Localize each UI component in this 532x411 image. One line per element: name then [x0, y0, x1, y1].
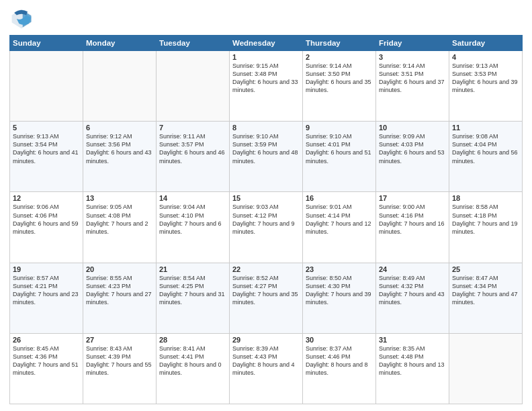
day-info: Sunrise: 8:54 AMSunset: 4:25 PMDaylight:…: [159, 274, 226, 307]
calendar-day-8: 8Sunrise: 9:10 AMSunset: 3:59 PMDaylight…: [230, 122, 303, 192]
calendar-day-17: 17Sunrise: 9:00 AMSunset: 4:16 PMDayligh…: [376, 192, 449, 263]
day-info: Sunrise: 8:35 AMSunset: 4:48 PMDaylight:…: [379, 345, 446, 377]
weekday-header-wednesday: Wednesday: [230, 36, 303, 51]
day-info: Sunrise: 9:01 AMSunset: 4:14 PMDaylight:…: [306, 203, 373, 236]
day-info: Sunrise: 8:41 AMSunset: 4:41 PMDaylight:…: [159, 345, 226, 377]
day-info: Sunrise: 9:09 AMSunset: 4:03 PMDaylight:…: [379, 132, 446, 165]
calendar-day-31: 31Sunrise: 8:35 AMSunset: 4:48 PMDayligh…: [376, 333, 449, 404]
weekday-header-friday: Friday: [376, 36, 449, 51]
day-number: 18: [452, 194, 519, 202]
calendar-day-24: 24Sunrise: 8:49 AMSunset: 4:32 PMDayligh…: [376, 263, 449, 333]
day-info: Sunrise: 8:37 AMSunset: 4:46 PMDaylight:…: [306, 345, 373, 377]
day-number: 27: [86, 336, 153, 344]
day-number: 14: [159, 194, 226, 202]
calendar-day-20: 20Sunrise: 8:55 AMSunset: 4:23 PMDayligh…: [83, 263, 157, 333]
day-number: 29: [232, 336, 300, 344]
day-info: Sunrise: 9:05 AMSunset: 4:08 PMDaylight:…: [86, 203, 153, 236]
weekday-header-monday: Monday: [83, 36, 157, 51]
day-info: Sunrise: 9:00 AMSunset: 4:16 PMDaylight:…: [379, 203, 446, 236]
header: [9, 7, 523, 31]
logo-icon: [9, 7, 34, 31]
day-info: Sunrise: 8:43 AMSunset: 4:39 PMDaylight:…: [86, 345, 153, 377]
calendar-week-row: 12Sunrise: 9:06 AMSunset: 4:06 PMDayligh…: [10, 192, 523, 263]
calendar-day-6: 6Sunrise: 9:12 AMSunset: 3:56 PMDaylight…: [83, 122, 157, 192]
calendar-day-18: 18Sunrise: 8:58 AMSunset: 4:18 PMDayligh…: [449, 192, 523, 263]
day-info: Sunrise: 9:06 AMSunset: 4:06 PMDaylight:…: [13, 203, 80, 236]
day-info: Sunrise: 9:13 AMSunset: 3:53 PMDaylight:…: [452, 62, 519, 95]
calendar-week-row: 26Sunrise: 8:45 AMSunset: 4:36 PMDayligh…: [10, 333, 523, 404]
calendar-week-row: 19Sunrise: 8:57 AMSunset: 4:21 PMDayligh…: [10, 263, 523, 333]
calendar-day-empty: [10, 51, 83, 122]
day-info: Sunrise: 9:14 AMSunset: 3:50 PMDaylight:…: [306, 62, 373, 95]
day-number: 25: [452, 265, 519, 273]
day-number: 22: [232, 265, 300, 273]
calendar-day-empty: [449, 333, 523, 404]
day-info: Sunrise: 8:58 AMSunset: 4:18 PMDaylight:…: [452, 203, 519, 236]
calendar-day-27: 27Sunrise: 8:43 AMSunset: 4:39 PMDayligh…: [83, 333, 157, 404]
calendar-day-19: 19Sunrise: 8:57 AMSunset: 4:21 PMDayligh…: [10, 263, 83, 333]
calendar-day-5: 5Sunrise: 9:13 AMSunset: 3:54 PMDaylight…: [10, 122, 83, 192]
day-info: Sunrise: 8:57 AMSunset: 4:21 PMDaylight:…: [13, 274, 80, 307]
day-info: Sunrise: 8:50 AMSunset: 4:30 PMDaylight:…: [306, 274, 373, 307]
weekday-header-sunday: Sunday: [10, 36, 83, 51]
calendar-day-9: 9Sunrise: 9:10 AMSunset: 4:01 PMDaylight…: [303, 122, 376, 192]
calendar-week-row: 5Sunrise: 9:13 AMSunset: 3:54 PMDaylight…: [10, 122, 523, 192]
calendar-day-22: 22Sunrise: 8:52 AMSunset: 4:27 PMDayligh…: [230, 263, 303, 333]
day-number: 2: [306, 53, 373, 61]
day-number: 23: [306, 265, 373, 273]
logo: [9, 7, 36, 31]
calendar-day-4: 4Sunrise: 9:13 AMSunset: 3:53 PMDaylight…: [449, 51, 523, 122]
page: SundayMondayTuesdayWednesdayThursdayFrid…: [0, 0, 532, 411]
calendar-day-11: 11Sunrise: 9:08 AMSunset: 4:04 PMDayligh…: [449, 122, 523, 192]
day-info: Sunrise: 8:52 AMSunset: 4:27 PMDaylight:…: [232, 274, 300, 307]
day-number: 31: [379, 336, 446, 344]
calendar-day-25: 25Sunrise: 8:47 AMSunset: 4:34 PMDayligh…: [449, 263, 523, 333]
calendar-week-row: 1Sunrise: 9:15 AMSunset: 3:48 PMDaylight…: [10, 51, 523, 122]
calendar-day-3: 3Sunrise: 9:14 AMSunset: 3:51 PMDaylight…: [376, 51, 449, 122]
calendar-day-26: 26Sunrise: 8:45 AMSunset: 4:36 PMDayligh…: [10, 333, 83, 404]
calendar-day-13: 13Sunrise: 9:05 AMSunset: 4:08 PMDayligh…: [83, 192, 157, 263]
day-info: Sunrise: 9:13 AMSunset: 3:54 PMDaylight:…: [13, 132, 80, 165]
day-number: 12: [13, 194, 80, 202]
day-number: 26: [13, 336, 80, 344]
day-number: 5: [13, 124, 80, 132]
calendar-day-30: 30Sunrise: 8:37 AMSunset: 4:46 PMDayligh…: [303, 333, 376, 404]
day-info: Sunrise: 9:10 AMSunset: 3:59 PMDaylight:…: [232, 132, 300, 165]
day-number: 8: [232, 124, 300, 132]
day-info: Sunrise: 8:45 AMSunset: 4:36 PMDaylight:…: [13, 345, 80, 377]
calendar-day-29: 29Sunrise: 8:39 AMSunset: 4:43 PMDayligh…: [230, 333, 303, 404]
day-number: 16: [306, 194, 373, 202]
day-number: 7: [159, 124, 226, 132]
day-number: 30: [306, 336, 373, 344]
calendar-day-15: 15Sunrise: 9:03 AMSunset: 4:12 PMDayligh…: [230, 192, 303, 263]
calendar-day-empty: [157, 51, 230, 122]
day-number: 17: [379, 194, 446, 202]
day-number: 3: [379, 53, 446, 61]
weekday-header-tuesday: Tuesday: [157, 36, 230, 51]
day-info: Sunrise: 8:49 AMSunset: 4:32 PMDaylight:…: [379, 274, 446, 307]
day-info: Sunrise: 9:12 AMSunset: 3:56 PMDaylight:…: [86, 132, 153, 165]
calendar-day-empty: [83, 51, 157, 122]
day-number: 9: [306, 124, 373, 132]
weekday-header-row: SundayMondayTuesdayWednesdayThursdayFrid…: [10, 36, 523, 51]
calendar-day-21: 21Sunrise: 8:54 AMSunset: 4:25 PMDayligh…: [157, 263, 230, 333]
day-number: 10: [379, 124, 446, 132]
day-number: 28: [159, 336, 226, 344]
weekday-header-saturday: Saturday: [449, 36, 523, 51]
day-info: Sunrise: 9:10 AMSunset: 4:01 PMDaylight:…: [306, 132, 373, 165]
calendar-day-1: 1Sunrise: 9:15 AMSunset: 3:48 PMDaylight…: [230, 51, 303, 122]
day-info: Sunrise: 8:39 AMSunset: 4:43 PMDaylight:…: [232, 345, 300, 377]
day-info: Sunrise: 9:08 AMSunset: 4:04 PMDaylight:…: [452, 132, 519, 165]
day-info: Sunrise: 9:11 AMSunset: 3:57 PMDaylight:…: [159, 132, 226, 165]
day-number: 21: [159, 265, 226, 273]
day-number: 6: [86, 124, 153, 132]
calendar-day-14: 14Sunrise: 9:04 AMSunset: 4:10 PMDayligh…: [157, 192, 230, 263]
day-info: Sunrise: 9:03 AMSunset: 4:12 PMDaylight:…: [232, 203, 300, 236]
day-info: Sunrise: 9:14 AMSunset: 3:51 PMDaylight:…: [379, 62, 446, 95]
day-info: Sunrise: 8:55 AMSunset: 4:23 PMDaylight:…: [86, 274, 153, 307]
day-number: 24: [379, 265, 446, 273]
day-number: 11: [452, 124, 519, 132]
day-number: 13: [86, 194, 153, 202]
day-number: 20: [86, 265, 153, 273]
calendar-table: SundayMondayTuesdayWednesdayThursdayFrid…: [9, 35, 523, 404]
